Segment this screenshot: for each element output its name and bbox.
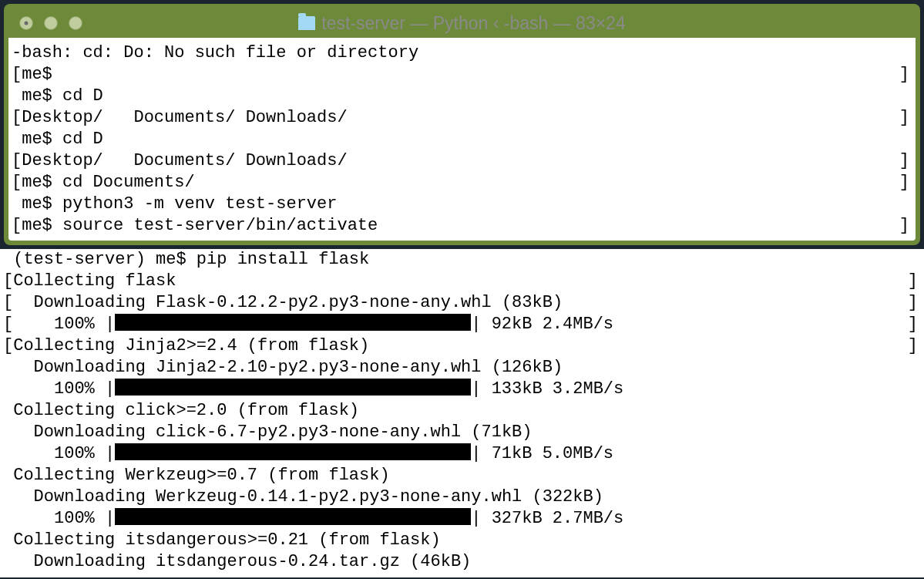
terminal-content-upper[interactable]: -bash: cd: Do: No such file or directory… — [8, 38, 916, 241]
terminal-line: Collecting itsdangerous>=0.21 (from flas… — [3, 530, 921, 551]
progress-prefix: 100% | — [3, 444, 115, 463]
right-bracket: ] — [908, 314, 918, 335]
terminal-line: Downloading Jinja2-2.10-py2.py3-none-any… — [3, 357, 921, 379]
terminal-line: Downloading itsdangerous-0.24.tar.gz (46… — [3, 551, 921, 573]
terminal-line: me$ python3 -m venv test-server — [12, 194, 912, 215]
terminal-line: [Collecting flask] — [3, 271, 921, 292]
terminal-line: [Desktop/ Documents/ Downloads/] — [12, 107, 912, 129]
terminal-line: 100% || 71kB 5.0MB/s — [3, 443, 921, 465]
right-bracket: ] — [908, 271, 918, 292]
right-bracket: ] — [908, 335, 918, 357]
terminal-line: [me$] — [12, 64, 912, 86]
close-button[interactable] — [19, 16, 33, 30]
minimize-button[interactable] — [44, 16, 58, 30]
right-bracket: ] — [899, 215, 909, 237]
terminal-line: me$ cd D — [12, 86, 912, 107]
terminal-line: (test-server) me$ pip install flask — [3, 249, 921, 271]
terminal-line: -bash: cd: Do: No such file or directory — [12, 42, 912, 64]
terminal-line: [ 100% || 92kB 2.4MB/s] — [3, 314, 921, 335]
progress-suffix: | 327kB 2.7MB/s — [471, 509, 623, 528]
terminal-line: Collecting click>=2.0 (from flask) — [3, 400, 921, 422]
terminal-content-lower[interactable]: (test-server) me$ pip install flask[Coll… — [0, 249, 924, 577]
terminal-line: [me$ cd Documents/] — [12, 172, 912, 194]
window-title-text: test-server — Python ‹ -bash — 83×24 — [321, 13, 625, 34]
terminal-line: Downloading click-6.7-py2.py3-none-any.w… — [3, 422, 921, 443]
terminal-line: Collecting Werkzeug>=0.7 (from flask) — [3, 465, 921, 486]
terminal-line: [Collecting Jinja2>=2.4 (from flask)] — [3, 335, 921, 357]
progress-bar — [115, 443, 471, 460]
progress-suffix: | 92kB 2.4MB/s — [471, 315, 613, 334]
terminal-line: [me$ source test-server/bin/activate] — [12, 215, 912, 237]
progress-bar — [115, 379, 471, 396]
terminal-line: [ Downloading Flask-0.12.2-py2.py3-none-… — [3, 292, 921, 314]
terminal-window: test-server — Python ‹ -bash — 83×24 -ba… — [4, 4, 920, 245]
progress-suffix: | 71kB 5.0MB/s — [471, 444, 613, 463]
right-bracket: ] — [899, 107, 909, 129]
maximize-button[interactable] — [69, 16, 82, 30]
progress-bar — [115, 508, 471, 525]
terminal-line: 100% || 133kB 3.2MB/s — [3, 379, 921, 400]
terminal-line: [Desktop/ Documents/ Downloads/] — [12, 150, 912, 172]
progress-prefix: 100% | — [3, 379, 115, 399]
right-bracket: ] — [899, 172, 909, 194]
progress-prefix: 100% | — [3, 509, 115, 528]
traffic-lights — [19, 16, 82, 30]
progress-suffix: | 133kB 3.2MB/s — [471, 379, 623, 399]
titlebar[interactable]: test-server — Python ‹ -bash — 83×24 — [8, 8, 916, 38]
right-bracket: ] — [908, 292, 918, 314]
window-title: test-server — Python ‹ -bash — 83×24 — [8, 13, 916, 34]
terminal-line: me$ cd D — [12, 129, 912, 150]
terminal-line: Downloading Werkzeug-0.14.1-py2.py3-none… — [3, 486, 921, 508]
terminal-line: 100% || 327kB 2.7MB/s — [3, 508, 921, 530]
folder-icon — [298, 16, 315, 30]
right-bracket: ] — [899, 64, 909, 86]
right-bracket: ] — [899, 150, 909, 172]
progress-prefix: [ 100% | — [3, 315, 115, 334]
progress-bar — [115, 314, 471, 331]
